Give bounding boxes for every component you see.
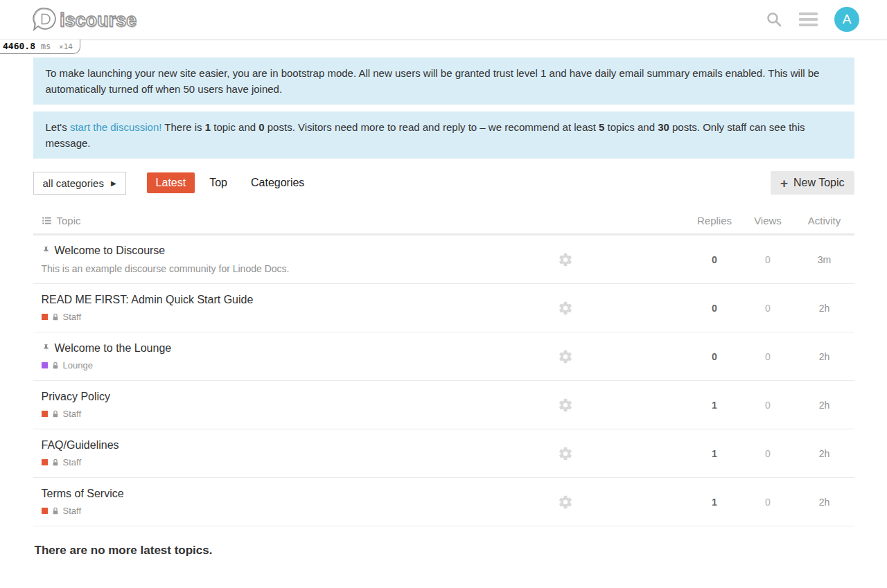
activity-time[interactable]: 2h <box>795 497 854 508</box>
replies-count: 1 <box>688 497 741 508</box>
pin-icon <box>42 344 51 353</box>
category-name: Staff <box>63 457 82 467</box>
column-header-views[interactable]: Views <box>741 215 795 226</box>
topic-list: Welcome to Discourse This is an example … <box>33 235 854 526</box>
chevron-right-icon: ▶ <box>111 179 116 187</box>
svg-text:iscourse: iscourse <box>60 10 137 31</box>
list-icon <box>42 215 52 226</box>
activity-time[interactable]: 2h <box>795 400 854 411</box>
profiler-time: 4460.8 <box>3 41 35 51</box>
profiler-count: ×14 <box>59 42 73 51</box>
replies-count: 0 <box>688 254 741 265</box>
banner-text: Let's <box>46 121 70 133</box>
column-header-topic[interactable]: Topic <box>57 215 81 226</box>
start-discussion-banner: Let's start the discussion! There is 1 t… <box>33 112 854 159</box>
gear-icon[interactable] <box>558 446 613 461</box>
category-badge[interactable]: Staff <box>42 312 558 322</box>
category-color-square <box>42 314 48 320</box>
category-name: Lounge <box>63 360 93 371</box>
activity-time[interactable]: 2h <box>795 303 854 314</box>
table-row: Terms of Service Staff <box>33 478 854 526</box>
category-badge[interactable]: Staff <box>42 506 558 516</box>
category-color-square <box>42 411 48 417</box>
category-color-square <box>42 362 48 368</box>
site-header: iscourse iscourse A <box>0 0 887 39</box>
category-badge[interactable]: Lounge <box>42 360 558 371</box>
start-discussion-link[interactable]: start the discussion! <box>70 121 162 133</box>
gear-icon[interactable] <box>558 252 613 267</box>
bootstrap-mode-banner: To make launching your new site easier, … <box>33 57 854 105</box>
topic-title-link[interactable]: Terms of Service <box>42 488 124 500</box>
topic-title-link[interactable]: FAQ/Guidelines <box>42 439 119 452</box>
lock-icon <box>52 458 59 467</box>
search-icon[interactable] <box>766 11 782 28</box>
topic-title-link[interactable]: Welcome to Discourse <box>55 244 166 257</box>
topic-title-link[interactable]: Welcome to the Lounge <box>55 342 172 355</box>
banner-text: topics and <box>604 121 658 133</box>
gear-icon[interactable] <box>558 495 613 510</box>
table-row: READ ME FIRST: Admin Quick Start Guide S… <box>33 284 854 332</box>
discourse-logo-icon: iscourse iscourse <box>31 6 149 33</box>
post-count: 0 <box>258 121 264 133</box>
replies-count: 1 <box>688 448 741 459</box>
banner-text: topic and <box>211 121 258 133</box>
mini-profiler-badge[interactable]: 4460.8 ms ×14 <box>0 39 80 54</box>
replies-count: 0 <box>688 303 741 314</box>
hamburger-menu-icon[interactable] <box>799 12 818 26</box>
gear-icon[interactable] <box>558 398 613 413</box>
category-filter-label: all categories <box>43 177 104 189</box>
activity-time[interactable]: 3m <box>795 254 854 265</box>
replies-count: 1 <box>688 400 741 411</box>
topic-list-header: Topic Replies Views Activity <box>33 208 854 235</box>
topic-count: 1 <box>205 121 211 133</box>
category-name: Staff <box>63 409 82 419</box>
activity-time[interactable]: 2h <box>795 351 854 362</box>
new-topic-button[interactable]: + New Topic <box>771 171 854 195</box>
topic-excerpt: This is an example discourse community f… <box>42 263 558 274</box>
table-row: Privacy Policy Staff <box>33 381 854 429</box>
views-count: 0 <box>741 303 795 314</box>
tab-latest[interactable]: Latest <box>147 172 195 193</box>
category-name: Staff <box>63 312 82 322</box>
table-row: FAQ/Guidelines Staff <box>33 429 854 478</box>
tab-categories[interactable]: Categories <box>242 172 313 193</box>
pin-icon <box>42 246 51 256</box>
profiler-unit: ms <box>41 42 51 51</box>
category-filter-dropdown[interactable]: all categories ▶ <box>33 172 126 195</box>
table-row: Welcome to Discourse This is an example … <box>33 235 854 284</box>
discourse-logo[interactable]: iscourse iscourse <box>31 6 149 33</box>
table-row: Welcome to the Lounge Lounge <box>33 332 854 381</box>
no-more-topics-message: There are no more latest topics. <box>35 544 854 558</box>
views-count: 0 <box>741 448 795 459</box>
lock-icon <box>52 507 59 515</box>
category-badge[interactable]: Staff <box>42 457 558 467</box>
avatar[interactable]: A <box>834 7 859 32</box>
banner-text: There is <box>161 121 204 133</box>
new-topic-label: New Topic <box>793 177 845 189</box>
category-color-square <box>42 508 48 514</box>
category-badge[interactable]: Staff <box>42 409 558 419</box>
nav-tabs: Latest Top Categories <box>147 172 314 193</box>
banner-text: posts. Visitors need more to read and re… <box>265 121 599 133</box>
lock-icon <box>52 362 59 370</box>
recommended-posts: 30 <box>658 121 669 133</box>
column-header-replies[interactable]: Replies <box>688 215 741 226</box>
tab-top[interactable]: Top <box>200 172 236 193</box>
list-controls: all categories ▶ Latest Top Categories +… <box>33 171 854 195</box>
lock-icon <box>52 313 59 321</box>
views-count: 0 <box>741 400 795 411</box>
views-count: 0 <box>741 497 795 508</box>
views-count: 0 <box>741 254 795 265</box>
topic-title-link[interactable]: Privacy Policy <box>42 391 111 403</box>
lock-icon <box>52 410 59 418</box>
column-header-activity[interactable]: Activity <box>795 215 854 226</box>
activity-time[interactable]: 2h <box>795 448 854 459</box>
category-name: Staff <box>63 506 82 516</box>
gear-icon[interactable] <box>558 349 613 364</box>
views-count: 0 <box>741 351 795 362</box>
category-color-square <box>42 459 48 465</box>
replies-count: 0 <box>688 351 741 362</box>
topic-title-link[interactable]: READ ME FIRST: Admin Quick Start Guide <box>42 294 254 306</box>
plus-icon: + <box>780 177 788 190</box>
gear-icon[interactable] <box>558 301 613 316</box>
